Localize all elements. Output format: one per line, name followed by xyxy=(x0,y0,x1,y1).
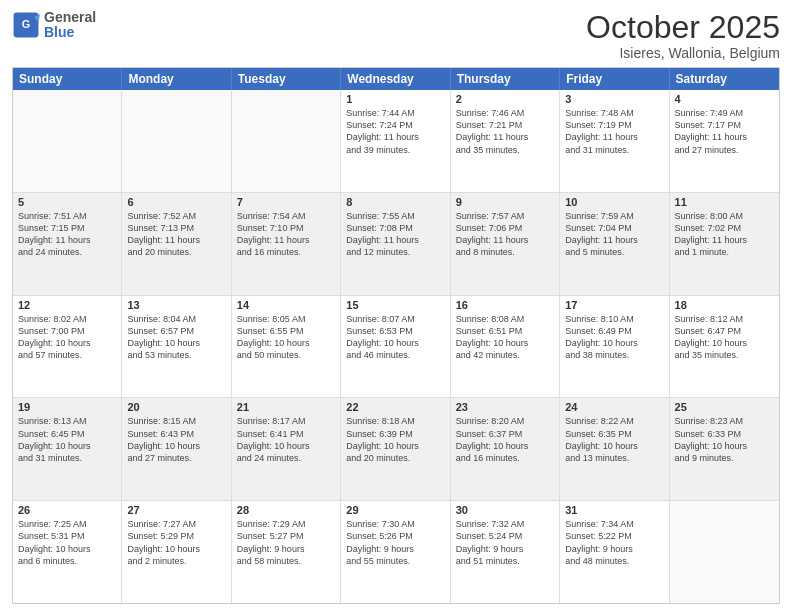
logo-blue: Blue xyxy=(44,24,74,40)
day-cell-empty xyxy=(232,90,341,192)
day-number: 12 xyxy=(18,299,116,311)
day-header-thursday: Thursday xyxy=(451,68,560,90)
day-info: Sunrise: 7:54 AM Sunset: 7:10 PM Dayligh… xyxy=(237,210,335,259)
day-number: 21 xyxy=(237,401,335,413)
day-info: Sunrise: 8:23 AM Sunset: 6:33 PM Dayligh… xyxy=(675,415,774,464)
day-cell-1: 1Sunrise: 7:44 AM Sunset: 7:24 PM Daylig… xyxy=(341,90,450,192)
day-header-friday: Friday xyxy=(560,68,669,90)
day-cell-empty xyxy=(670,501,779,603)
day-cell-11: 11Sunrise: 8:00 AM Sunset: 7:02 PM Dayli… xyxy=(670,193,779,295)
day-cell-30: 30Sunrise: 7:32 AM Sunset: 5:24 PM Dayli… xyxy=(451,501,560,603)
day-number: 11 xyxy=(675,196,774,208)
day-info: Sunrise: 7:34 AM Sunset: 5:22 PM Dayligh… xyxy=(565,518,663,567)
week-row-3: 12Sunrise: 8:02 AM Sunset: 7:00 PM Dayli… xyxy=(13,296,779,399)
day-cell-18: 18Sunrise: 8:12 AM Sunset: 6:47 PM Dayli… xyxy=(670,296,779,398)
day-info: Sunrise: 7:52 AM Sunset: 7:13 PM Dayligh… xyxy=(127,210,225,259)
day-info: Sunrise: 7:44 AM Sunset: 7:24 PM Dayligh… xyxy=(346,107,444,156)
day-cell-7: 7Sunrise: 7:54 AM Sunset: 7:10 PM Daylig… xyxy=(232,193,341,295)
day-cell-9: 9Sunrise: 7:57 AM Sunset: 7:06 PM Daylig… xyxy=(451,193,560,295)
weeks: 1Sunrise: 7:44 AM Sunset: 7:24 PM Daylig… xyxy=(13,90,779,603)
day-info: Sunrise: 7:55 AM Sunset: 7:08 PM Dayligh… xyxy=(346,210,444,259)
day-header-monday: Monday xyxy=(122,68,231,90)
day-info: Sunrise: 8:02 AM Sunset: 7:00 PM Dayligh… xyxy=(18,313,116,362)
week-row-4: 19Sunrise: 8:13 AM Sunset: 6:45 PM Dayli… xyxy=(13,398,779,501)
day-cell-16: 16Sunrise: 8:08 AM Sunset: 6:51 PM Dayli… xyxy=(451,296,560,398)
day-cell-27: 27Sunrise: 7:27 AM Sunset: 5:29 PM Dayli… xyxy=(122,501,231,603)
day-cell-26: 26Sunrise: 7:25 AM Sunset: 5:31 PM Dayli… xyxy=(13,501,122,603)
day-info: Sunrise: 8:12 AM Sunset: 6:47 PM Dayligh… xyxy=(675,313,774,362)
logo-general: General xyxy=(44,9,96,25)
day-info: Sunrise: 7:46 AM Sunset: 7:21 PM Dayligh… xyxy=(456,107,554,156)
day-cell-4: 4Sunrise: 7:49 AM Sunset: 7:17 PM Daylig… xyxy=(670,90,779,192)
day-info: Sunrise: 8:07 AM Sunset: 6:53 PM Dayligh… xyxy=(346,313,444,362)
day-cell-6: 6Sunrise: 7:52 AM Sunset: 7:13 PM Daylig… xyxy=(122,193,231,295)
day-cell-12: 12Sunrise: 8:02 AM Sunset: 7:00 PM Dayli… xyxy=(13,296,122,398)
day-cell-14: 14Sunrise: 8:05 AM Sunset: 6:55 PM Dayli… xyxy=(232,296,341,398)
day-cell-empty xyxy=(13,90,122,192)
day-cell-10: 10Sunrise: 7:59 AM Sunset: 7:04 PM Dayli… xyxy=(560,193,669,295)
day-number: 15 xyxy=(346,299,444,311)
day-number: 30 xyxy=(456,504,554,516)
day-headers: SundayMondayTuesdayWednesdayThursdayFrid… xyxy=(13,68,779,90)
day-info: Sunrise: 8:18 AM Sunset: 6:39 PM Dayligh… xyxy=(346,415,444,464)
day-info: Sunrise: 8:13 AM Sunset: 6:45 PM Dayligh… xyxy=(18,415,116,464)
day-number: 23 xyxy=(456,401,554,413)
day-header-sunday: Sunday xyxy=(13,68,122,90)
day-info: Sunrise: 8:05 AM Sunset: 6:55 PM Dayligh… xyxy=(237,313,335,362)
day-info: Sunrise: 7:57 AM Sunset: 7:06 PM Dayligh… xyxy=(456,210,554,259)
day-number: 10 xyxy=(565,196,663,208)
day-cell-19: 19Sunrise: 8:13 AM Sunset: 6:45 PM Dayli… xyxy=(13,398,122,500)
day-number: 22 xyxy=(346,401,444,413)
day-number: 9 xyxy=(456,196,554,208)
calendar: SundayMondayTuesdayWednesdayThursdayFrid… xyxy=(12,67,780,604)
week-row-1: 1Sunrise: 7:44 AM Sunset: 7:24 PM Daylig… xyxy=(13,90,779,193)
day-info: Sunrise: 8:04 AM Sunset: 6:57 PM Dayligh… xyxy=(127,313,225,362)
day-number: 5 xyxy=(18,196,116,208)
day-cell-2: 2Sunrise: 7:46 AM Sunset: 7:21 PM Daylig… xyxy=(451,90,560,192)
day-cell-25: 25Sunrise: 8:23 AM Sunset: 6:33 PM Dayli… xyxy=(670,398,779,500)
month-title: October 2025 xyxy=(586,10,780,45)
day-number: 25 xyxy=(675,401,774,413)
day-number: 27 xyxy=(127,504,225,516)
day-header-tuesday: Tuesday xyxy=(232,68,341,90)
day-info: Sunrise: 8:20 AM Sunset: 6:37 PM Dayligh… xyxy=(456,415,554,464)
day-cell-15: 15Sunrise: 8:07 AM Sunset: 6:53 PM Dayli… xyxy=(341,296,450,398)
day-info: Sunrise: 7:29 AM Sunset: 5:27 PM Dayligh… xyxy=(237,518,335,567)
day-info: Sunrise: 8:17 AM Sunset: 6:41 PM Dayligh… xyxy=(237,415,335,464)
day-info: Sunrise: 7:49 AM Sunset: 7:17 PM Dayligh… xyxy=(675,107,774,156)
day-number: 20 xyxy=(127,401,225,413)
day-info: Sunrise: 7:51 AM Sunset: 7:15 PM Dayligh… xyxy=(18,210,116,259)
day-cell-13: 13Sunrise: 8:04 AM Sunset: 6:57 PM Dayli… xyxy=(122,296,231,398)
day-number: 6 xyxy=(127,196,225,208)
day-number: 31 xyxy=(565,504,663,516)
day-cell-24: 24Sunrise: 8:22 AM Sunset: 6:35 PM Dayli… xyxy=(560,398,669,500)
day-info: Sunrise: 8:00 AM Sunset: 7:02 PM Dayligh… xyxy=(675,210,774,259)
day-number: 4 xyxy=(675,93,774,105)
day-info: Sunrise: 8:22 AM Sunset: 6:35 PM Dayligh… xyxy=(565,415,663,464)
day-number: 2 xyxy=(456,93,554,105)
day-number: 8 xyxy=(346,196,444,208)
day-cell-17: 17Sunrise: 8:10 AM Sunset: 6:49 PM Dayli… xyxy=(560,296,669,398)
day-header-saturday: Saturday xyxy=(670,68,779,90)
day-info: Sunrise: 7:32 AM Sunset: 5:24 PM Dayligh… xyxy=(456,518,554,567)
day-info: Sunrise: 7:59 AM Sunset: 7:04 PM Dayligh… xyxy=(565,210,663,259)
day-number: 3 xyxy=(565,93,663,105)
day-cell-23: 23Sunrise: 8:20 AM Sunset: 6:37 PM Dayli… xyxy=(451,398,560,500)
day-info: Sunrise: 8:08 AM Sunset: 6:51 PM Dayligh… xyxy=(456,313,554,362)
day-info: Sunrise: 7:30 AM Sunset: 5:26 PM Dayligh… xyxy=(346,518,444,567)
title-block: October 2025 Isieres, Wallonia, Belgium xyxy=(586,10,780,61)
logo: G General Blue xyxy=(12,10,96,41)
day-number: 16 xyxy=(456,299,554,311)
day-number: 13 xyxy=(127,299,225,311)
day-cell-22: 22Sunrise: 8:18 AM Sunset: 6:39 PM Dayli… xyxy=(341,398,450,500)
subtitle: Isieres, Wallonia, Belgium xyxy=(586,45,780,61)
day-cell-20: 20Sunrise: 8:15 AM Sunset: 6:43 PM Dayli… xyxy=(122,398,231,500)
calendar-container: G General Blue October 2025 Isieres, Wal… xyxy=(0,0,792,612)
day-number: 29 xyxy=(346,504,444,516)
day-cell-8: 8Sunrise: 7:55 AM Sunset: 7:08 PM Daylig… xyxy=(341,193,450,295)
day-number: 19 xyxy=(18,401,116,413)
day-cell-29: 29Sunrise: 7:30 AM Sunset: 5:26 PM Dayli… xyxy=(341,501,450,603)
day-info: Sunrise: 8:10 AM Sunset: 6:49 PM Dayligh… xyxy=(565,313,663,362)
day-cell-5: 5Sunrise: 7:51 AM Sunset: 7:15 PM Daylig… xyxy=(13,193,122,295)
day-info: Sunrise: 8:15 AM Sunset: 6:43 PM Dayligh… xyxy=(127,415,225,464)
